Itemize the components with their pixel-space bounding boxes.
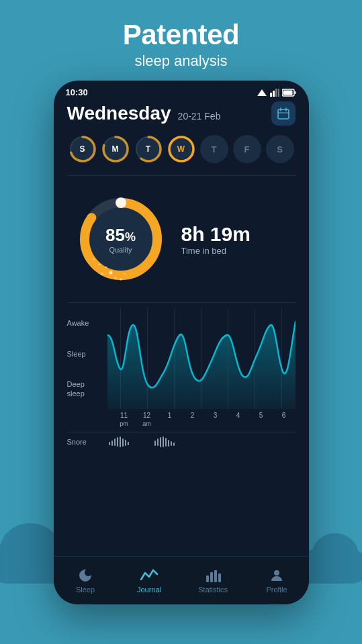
svg-rect-43 xyxy=(160,437,161,447)
svg-rect-37 xyxy=(120,436,121,447)
statistics-icon xyxy=(205,567,221,584)
svg-rect-2 xyxy=(273,91,275,97)
svg-rect-39 xyxy=(125,440,126,446)
chart-area: Awake Sleep Deepsleep xyxy=(67,308,296,409)
day-F[interactable]: F xyxy=(233,135,261,163)
svg-rect-50 xyxy=(210,572,213,582)
hero-title: Patented xyxy=(0,19,362,51)
svg-rect-40 xyxy=(128,442,129,445)
calendar-button[interactable] xyxy=(271,101,296,126)
status-icons xyxy=(257,89,297,97)
day-M[interactable]: M xyxy=(101,135,130,163)
day-name: Wednesday xyxy=(67,103,171,124)
snore-label: Snore xyxy=(67,438,107,446)
hero-section: Patented sleep analysis xyxy=(0,0,362,70)
time-in-bed: 8h 19m Time in bed xyxy=(181,223,251,256)
day-S-2[interactable]: S xyxy=(266,135,294,163)
svg-rect-8 xyxy=(278,109,289,119)
label-deep-sleep: Deepsleep xyxy=(67,380,102,398)
svg-rect-44 xyxy=(163,436,164,447)
svg-rect-33 xyxy=(109,442,110,445)
svg-rect-38 xyxy=(122,439,124,447)
label-awake: Awake xyxy=(67,319,102,328)
quality-card: 85% Quality 8h 19m Time in bed xyxy=(67,181,296,297)
divider-2 xyxy=(67,302,296,303)
svg-point-30 xyxy=(124,273,126,275)
donut-center: 85% Quality xyxy=(105,225,136,254)
svg-rect-7 xyxy=(283,90,292,95)
donut-chart: 85% Quality xyxy=(74,192,168,286)
chart-y-labels: Awake Sleep Deepsleep xyxy=(67,308,107,409)
sleep-chart: Awake Sleep Deepsleep xyxy=(67,308,296,449)
journal-icon xyxy=(140,567,159,584)
svg-point-26 xyxy=(114,277,116,279)
nav-journal[interactable]: Journal xyxy=(118,557,181,604)
nav-profile-label: Profile xyxy=(266,586,287,594)
time-tick-1: 1 xyxy=(159,412,181,428)
day-T-1[interactable]: T xyxy=(134,135,163,163)
day-label: S xyxy=(79,144,85,154)
time-tick-11: 11pm xyxy=(113,412,136,428)
svg-point-25 xyxy=(105,267,107,269)
hero-subtitle: sleep analysis xyxy=(0,52,362,70)
svg-marker-0 xyxy=(257,89,267,96)
nav-statistics[interactable]: Statistics xyxy=(181,557,245,604)
day-T-2[interactable]: T xyxy=(200,135,228,163)
time-display: 10:30 xyxy=(66,87,88,97)
nav-sleep-label: Sleep xyxy=(76,586,95,594)
svg-rect-1 xyxy=(270,93,272,97)
screen-content: Wednesday 20-21 Feb S xyxy=(54,101,309,449)
svg-point-28 xyxy=(98,264,100,266)
svg-point-24 xyxy=(109,271,112,275)
day-S-1[interactable]: S xyxy=(69,135,97,163)
nav-sleep[interactable]: Sleep xyxy=(54,557,118,604)
svg-rect-45 xyxy=(165,438,167,447)
day-W[interactable]: W xyxy=(167,135,195,163)
svg-rect-4 xyxy=(278,89,279,97)
time-tick-3: 3 xyxy=(204,412,227,428)
label-sleep: Sleep xyxy=(67,350,102,359)
svg-rect-49 xyxy=(206,576,209,582)
svg-rect-47 xyxy=(171,441,172,446)
time-tick-6: 6 xyxy=(273,412,296,428)
snore-bars xyxy=(107,435,255,449)
nav-journal-label: Journal xyxy=(137,586,161,594)
svg-rect-36 xyxy=(117,437,118,447)
svg-rect-51 xyxy=(214,570,217,582)
svg-point-27 xyxy=(101,273,103,275)
divider-1 xyxy=(67,175,296,176)
day-title: Wednesday 20-21 Feb xyxy=(67,103,221,124)
svg-point-23 xyxy=(116,197,126,208)
day-label: M xyxy=(112,144,119,154)
day-label: W xyxy=(177,144,185,154)
wifi-icon xyxy=(257,89,267,97)
quality-label: Quality xyxy=(105,246,136,254)
profile-icon xyxy=(269,567,285,584)
time-tick-5: 5 xyxy=(250,412,273,428)
svg-rect-52 xyxy=(218,573,221,582)
svg-point-32 xyxy=(90,248,91,250)
quality-percent: 85% xyxy=(105,225,136,246)
svg-rect-6 xyxy=(294,91,296,94)
time-axis: 11pm 12am 1 2 3 4 5 6 xyxy=(67,412,296,428)
svg-rect-3 xyxy=(275,89,277,97)
time-value: 8h 19m xyxy=(181,223,251,246)
day-date: 20-21 Feb xyxy=(178,111,221,122)
svg-rect-46 xyxy=(168,440,169,447)
phone-frame: 10:30 Wednesday 20-21 Feb xyxy=(54,81,309,604)
status-bar: 10:30 xyxy=(54,81,309,101)
day-label: T xyxy=(146,144,150,154)
svg-rect-41 xyxy=(154,441,156,446)
svg-point-53 xyxy=(274,570,279,576)
signal-icon xyxy=(270,89,279,97)
nav-profile[interactable]: Profile xyxy=(245,557,309,604)
sleep-icon xyxy=(77,567,93,584)
battery-icon xyxy=(282,89,297,97)
svg-rect-34 xyxy=(111,441,113,446)
nav-statistics-label: Statistics xyxy=(198,586,228,594)
week-days-row: S M T xyxy=(67,135,296,163)
svg-rect-35 xyxy=(114,439,116,446)
day-header: Wednesday 20-21 Feb xyxy=(67,101,296,126)
bottom-nav: Sleep Journal Statistics Profile xyxy=(54,556,309,604)
chart-graph xyxy=(107,308,296,409)
